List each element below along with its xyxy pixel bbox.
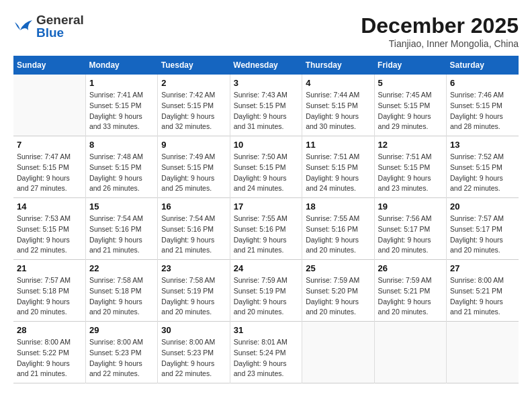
calendar-table: SundayMondayTuesdayWednesdayThursdayFrid… [13,56,519,383]
day-number: 5 [378,78,443,88]
day-number: 14 [17,201,82,212]
calendar-cell: 31Sunrise: 8:01 AM Sunset: 5:24 PM Dayli… [230,322,302,383]
day-number: 22 [89,263,154,273]
calendar-cell: 6Sunrise: 7:46 AM Sunset: 5:15 PM Daylig… [447,75,519,136]
day-info: Sunrise: 7:46 AM Sunset: 5:15 PM Dayligh… [450,90,515,132]
calendar-cell: 17Sunrise: 7:55 AM Sunset: 5:16 PM Dayli… [230,198,302,260]
day-number: 20 [450,201,515,212]
day-number: 1 [89,78,154,88]
weekday-header-thursday: Thursday [302,56,374,75]
day-number: 4 [306,78,370,88]
calendar-cell: 24Sunrise: 7:59 AM Sunset: 5:19 PM Dayli… [230,260,302,322]
calendar-cell: 22Sunrise: 7:58 AM Sunset: 5:18 PM Dayli… [85,260,157,322]
day-info: Sunrise: 7:54 AM Sunset: 5:16 PM Dayligh… [89,214,154,256]
day-info: Sunrise: 7:51 AM Sunset: 5:15 PM Dayligh… [306,152,370,194]
day-info: Sunrise: 7:57 AM Sunset: 5:18 PM Dayligh… [17,275,82,318]
day-number: 2 [161,78,226,88]
logo: General Blue [13,13,84,39]
day-info: Sunrise: 7:57 AM Sunset: 5:17 PM Dayligh… [450,214,515,256]
day-number: 24 [234,263,298,273]
calendar-cell: 13Sunrise: 7:52 AM Sunset: 5:15 PM Dayli… [447,136,519,198]
day-number: 10 [234,140,298,150]
calendar-cell: 30Sunrise: 8:00 AM Sunset: 5:23 PM Dayli… [158,322,230,383]
calendar-cell: 4Sunrise: 7:44 AM Sunset: 5:15 PM Daylig… [302,75,374,136]
day-info: Sunrise: 8:00 AM Sunset: 5:21 PM Dayligh… [450,275,515,318]
day-info: Sunrise: 7:42 AM Sunset: 5:15 PM Dayligh… [161,90,226,132]
calendar-cell: 1Sunrise: 7:41 AM Sunset: 5:15 PM Daylig… [85,75,157,136]
day-number: 29 [89,325,154,335]
calendar-cell [447,322,519,383]
day-number: 26 [378,263,443,273]
day-info: Sunrise: 8:00 AM Sunset: 5:23 PM Dayligh… [89,337,154,379]
day-number: 25 [306,263,370,273]
calendar-cell: 11Sunrise: 7:51 AM Sunset: 5:15 PM Dayli… [302,136,374,198]
calendar-cell: 21Sunrise: 7:57 AM Sunset: 5:18 PM Dayli… [13,260,85,322]
day-number: 12 [378,140,443,150]
calendar-week-2: 7Sunrise: 7:47 AM Sunset: 5:15 PM Daylig… [13,136,519,198]
calendar-cell: 9Sunrise: 7:49 AM Sunset: 5:15 PM Daylig… [158,136,230,198]
day-info: Sunrise: 8:00 AM Sunset: 5:23 PM Dayligh… [161,337,226,379]
day-info: Sunrise: 7:48 AM Sunset: 5:15 PM Dayligh… [89,152,154,194]
day-number: 30 [161,325,226,335]
calendar-cell [13,75,85,136]
day-info: Sunrise: 7:59 AM Sunset: 5:20 PM Dayligh… [306,275,370,318]
day-info: Sunrise: 7:58 AM Sunset: 5:19 PM Dayligh… [161,275,226,318]
day-info: Sunrise: 7:59 AM Sunset: 5:19 PM Dayligh… [234,275,298,318]
calendar-cell: 14Sunrise: 7:53 AM Sunset: 5:15 PM Dayli… [13,198,85,260]
day-number: 17 [234,201,298,212]
day-info: Sunrise: 7:55 AM Sunset: 5:16 PM Dayligh… [234,214,298,256]
calendar-cell [374,322,446,383]
day-number: 18 [306,201,370,212]
day-number: 15 [89,201,154,212]
day-info: Sunrise: 8:00 AM Sunset: 5:22 PM Dayligh… [17,337,82,379]
day-number: 28 [17,325,82,335]
calendar-cell [302,322,374,383]
weekday-header-row: SundayMondayTuesdayWednesdayThursdayFrid… [13,56,519,75]
day-number: 8 [89,140,154,150]
logo-icon [13,17,34,36]
calendar-week-4: 21Sunrise: 7:57 AM Sunset: 5:18 PM Dayli… [13,260,519,322]
day-info: Sunrise: 7:47 AM Sunset: 5:15 PM Dayligh… [17,152,82,194]
day-number: 6 [450,78,515,88]
day-number: 19 [378,201,443,212]
calendar-cell: 29Sunrise: 8:00 AM Sunset: 5:23 PM Dayli… [85,322,157,383]
calendar-week-3: 14Sunrise: 7:53 AM Sunset: 5:15 PM Dayli… [13,198,519,260]
day-number: 23 [161,263,226,273]
weekday-header-tuesday: Tuesday [158,56,230,75]
calendar-cell: 5Sunrise: 7:45 AM Sunset: 5:15 PM Daylig… [374,75,446,136]
day-number: 3 [234,78,298,88]
location-text: Tianjiao, Inner Mongolia, China [361,38,519,49]
calendar-cell: 2Sunrise: 7:42 AM Sunset: 5:15 PM Daylig… [158,75,230,136]
day-info: Sunrise: 7:50 AM Sunset: 5:15 PM Dayligh… [234,152,298,194]
calendar-cell: 23Sunrise: 7:58 AM Sunset: 5:19 PM Dayli… [158,260,230,322]
day-info: Sunrise: 7:56 AM Sunset: 5:17 PM Dayligh… [378,214,443,256]
day-info: Sunrise: 7:54 AM Sunset: 5:16 PM Dayligh… [161,214,226,256]
day-info: Sunrise: 7:59 AM Sunset: 5:21 PM Dayligh… [378,275,443,318]
day-info: Sunrise: 7:55 AM Sunset: 5:16 PM Dayligh… [306,214,370,256]
logo-text: General Blue [36,13,84,39]
day-info: Sunrise: 7:41 AM Sunset: 5:15 PM Dayligh… [89,90,154,132]
weekday-header-sunday: Sunday [13,56,85,75]
day-info: Sunrise: 7:53 AM Sunset: 5:15 PM Dayligh… [17,214,82,256]
day-number: 11 [306,140,370,150]
calendar-cell: 28Sunrise: 8:00 AM Sunset: 5:22 PM Dayli… [13,322,85,383]
day-info: Sunrise: 7:58 AM Sunset: 5:18 PM Dayligh… [89,275,154,318]
calendar-cell: 25Sunrise: 7:59 AM Sunset: 5:20 PM Dayli… [302,260,374,322]
calendar-week-5: 28Sunrise: 8:00 AM Sunset: 5:22 PM Dayli… [13,322,519,383]
calendar-cell: 8Sunrise: 7:48 AM Sunset: 5:15 PM Daylig… [85,136,157,198]
logo-general: General [36,13,84,26]
day-number: 27 [450,263,515,273]
month-title: December 2025 [361,13,519,38]
day-info: Sunrise: 7:44 AM Sunset: 5:15 PM Dayligh… [306,90,370,132]
calendar-cell: 7Sunrise: 7:47 AM Sunset: 5:15 PM Daylig… [13,136,85,198]
logo-blue: Blue [36,26,84,39]
day-number: 31 [234,325,298,335]
day-info: Sunrise: 8:01 AM Sunset: 5:24 PM Dayligh… [234,337,298,379]
calendar-cell: 20Sunrise: 7:57 AM Sunset: 5:17 PM Dayli… [447,198,519,260]
day-number: 9 [161,140,226,150]
calendar-week-1: 1Sunrise: 7:41 AM Sunset: 5:15 PM Daylig… [13,75,519,136]
weekday-header-saturday: Saturday [447,56,519,75]
title-section: December 2025 Tianjiao, Inner Mongolia, … [361,13,519,49]
day-number: 21 [17,263,82,273]
day-info: Sunrise: 7:52 AM Sunset: 5:15 PM Dayligh… [450,152,515,194]
